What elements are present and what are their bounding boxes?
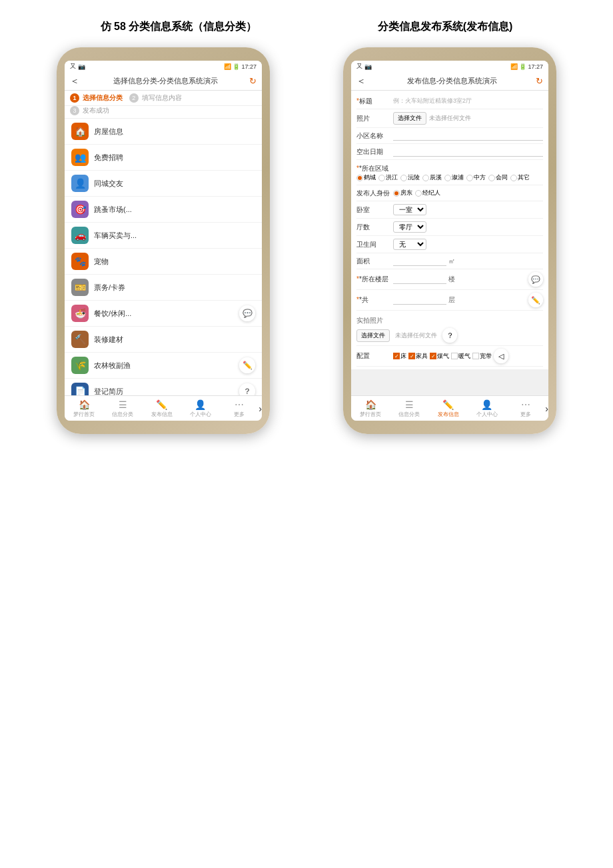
category-ticket[interactable]: 🎫 票务/卡券	[65, 275, 262, 301]
area-yuanling[interactable]: 沅陵	[400, 173, 420, 182]
right-title: 分类信息发布系统(发布信息)	[378, 20, 513, 34]
gas-checkbox[interactable]: ✓	[430, 353, 436, 359]
area-hecheng[interactable]: 鹤城	[356, 173, 376, 182]
heating-checkbox[interactable]	[451, 353, 458, 359]
help-float-btn-right[interactable]: ？	[442, 328, 457, 343]
area-chenxi[interactable]: 辰溪	[422, 173, 442, 182]
config-gas[interactable]: ✓ 煤气	[430, 349, 449, 363]
area-zhongfang[interactable]: 中方	[466, 173, 486, 182]
area-yuanling-radio[interactable]	[400, 175, 407, 181]
agri-icon: 🌾	[71, 357, 89, 374]
area-huitong-radio[interactable]	[488, 175, 495, 181]
floor-input[interactable]	[393, 275, 446, 284]
pet-icon: 🐾	[71, 253, 89, 270]
right-signal-icon: 🔋	[519, 63, 526, 70]
market-icon: 🎯	[71, 201, 89, 218]
title-label: 标题	[356, 97, 393, 106]
area-zhongfang-radio[interactable]	[466, 175, 473, 181]
category-market[interactable]: 🎯 跳蚤市场(...	[65, 197, 262, 223]
category-food[interactable]: 🍜 餐饮/休闲... 💬	[65, 301, 262, 327]
right-tab-profile[interactable]: 👤 个人中心	[468, 399, 506, 418]
furniture-checkbox[interactable]: ✓	[408, 353, 415, 359]
hall-select[interactable]: 零厅 一厅 二厅	[393, 221, 426, 233]
left-steps-bar: 1 选择信息分类 2 填写信息内容	[65, 91, 262, 106]
identity-landlord-radio[interactable]	[393, 190, 400, 197]
right-tab-arrow[interactable]: ›	[545, 403, 548, 414]
config-furniture[interactable]: ✓ 家具	[408, 349, 428, 363]
config-heating[interactable]: 暖气	[451, 349, 470, 363]
category-house[interactable]: 🏠 房屋信息	[65, 119, 262, 145]
config-bed[interactable]: ✓ 床	[393, 349, 406, 363]
area-other[interactable]: 其它	[510, 173, 530, 182]
right-form-area[interactable]: 标题 例：火车站附近精装修3室2厅 照片 选择文件 未选择任何文件 小区名称	[351, 91, 548, 395]
community-input[interactable]	[393, 131, 543, 141]
category-agri[interactable]: 🌾 农林牧副渔 ✏️	[65, 353, 262, 379]
wechat-float-btn-right[interactable]: 💬	[528, 272, 543, 287]
identity-agent-radio[interactable]	[415, 190, 422, 197]
left-steps-bar-2: 3 发布成功	[65, 106, 262, 119]
left-tab-categories[interactable]: ☰ 信息分类	[103, 399, 142, 418]
category-car[interactable]: 🚗 车辆买卖与...	[65, 223, 262, 249]
realphoto-btn[interactable]: 选择文件	[356, 329, 390, 342]
right-tab-more[interactable]: ⋯ 更多	[506, 399, 545, 418]
left-camera-icon: 📷	[78, 63, 85, 70]
area-hongjiang[interactable]: 洪江	[378, 173, 398, 182]
share-float-btn-right[interactable]: ◁	[494, 349, 508, 363]
area-xupu-radio[interactable]	[444, 175, 451, 181]
left-refresh-button[interactable]: ↻	[249, 76, 257, 86]
area-chenxi-radio[interactable]	[422, 175, 429, 181]
left-tab-home[interactable]: 🏠 梦行首页	[65, 399, 103, 418]
left-tab-arrow[interactable]: ›	[259, 403, 262, 414]
left-tab-more[interactable]: ⋯ 更多	[220, 399, 259, 418]
category-decor[interactable]: 🔨 装修建材	[65, 327, 262, 353]
form-areasize-row: 面积 ㎡	[356, 253, 543, 269]
config-broadband[interactable]: 宽带	[472, 349, 492, 363]
bed-checkbox[interactable]: ✓	[393, 353, 400, 359]
category-recruit[interactable]: 👥 免费招聘	[65, 145, 262, 171]
form-config-row: 配置 ✓ 床 ✓ 家具 ✓ 煤气	[356, 346, 543, 367]
category-resume[interactable]: 📄 登记简历 ？	[65, 379, 262, 395]
right-tab-categories[interactable]: ☰ 信息分类	[390, 399, 428, 418]
identity-landlord[interactable]: 房东	[393, 189, 412, 197]
left-nav-bar: ＜ 选择信息分类-分类信息系统演示 ↻	[65, 72, 262, 91]
area-xupu[interactable]: 溆浦	[444, 173, 464, 182]
left-tab-profile[interactable]: 👤 个人中心	[181, 399, 220, 418]
left-tab-post[interactable]: ✏️ 发布信息	[143, 399, 181, 418]
right-time: 17:27	[528, 63, 543, 70]
ticket-label: 票务/卡券	[94, 283, 125, 293]
category-pet[interactable]: 🐾 宠物	[65, 249, 262, 275]
form-bathroom-row: 卫生间 无 一个 两个	[356, 236, 543, 253]
totalfloor-input[interactable]	[393, 295, 446, 305]
right-tab-home[interactable]: 🏠 梦行首页	[351, 399, 390, 418]
right-status-icon1: 又	[356, 62, 362, 71]
form-area-row: *所在区域 鹤城 洪江 沅	[356, 160, 543, 185]
area-hongjiang-radio[interactable]	[378, 175, 385, 181]
area-other-radio[interactable]	[510, 175, 517, 181]
identity-agent[interactable]: 经纪人	[415, 189, 440, 197]
ticket-icon: 🎫	[71, 279, 89, 296]
left-tab-bar: 🏠 梦行首页 ☰ 信息分类 ✏️ 发布信息 👤 个人中心 ⋯ 更多	[65, 395, 262, 421]
friends-icon: 👤	[71, 175, 89, 192]
right-wifi-icon: 📶	[510, 63, 518, 70]
bathroom-select[interactable]: 无 一个 两个	[393, 239, 426, 250]
broadband-checkbox[interactable]	[472, 353, 479, 359]
right-refresh-button[interactable]: ↻	[536, 76, 543, 86]
area-huitong[interactable]: 会同	[488, 173, 508, 182]
date-input[interactable]	[393, 147, 543, 157]
agri-label: 农林牧副渔	[94, 361, 131, 371]
left-category-list[interactable]: 🏠 房屋信息 👥 免费招聘 👤 同城交友 🎯 跳蚤市场(... 🚗	[65, 119, 262, 395]
category-friends[interactable]: 👤 同城交友	[65, 171, 262, 197]
right-tab-post[interactable]: ✏️ 发布信息	[429, 399, 468, 418]
bedroom-select[interactable]: 一室 二室 三室	[393, 204, 426, 215]
wechat-float-btn[interactable]: 💬	[239, 305, 255, 321]
left-back-button[interactable]: ＜	[70, 75, 79, 87]
right-status-bar: 又 📷 📶 🔋 17:27	[351, 61, 548, 72]
edit-float-btn[interactable]: ✏️	[239, 357, 255, 373]
areasize-input[interactable]	[393, 257, 446, 266]
area-hecheng-radio[interactable]	[356, 175, 363, 181]
food-label: 餐饮/休闲...	[94, 309, 131, 319]
edit-float-btn-right[interactable]: ✏️	[528, 293, 543, 307]
photo-btn[interactable]: 选择文件	[393, 112, 426, 125]
right-back-button[interactable]: ＜	[356, 75, 366, 87]
help-float-btn[interactable]: ？	[239, 383, 255, 395]
